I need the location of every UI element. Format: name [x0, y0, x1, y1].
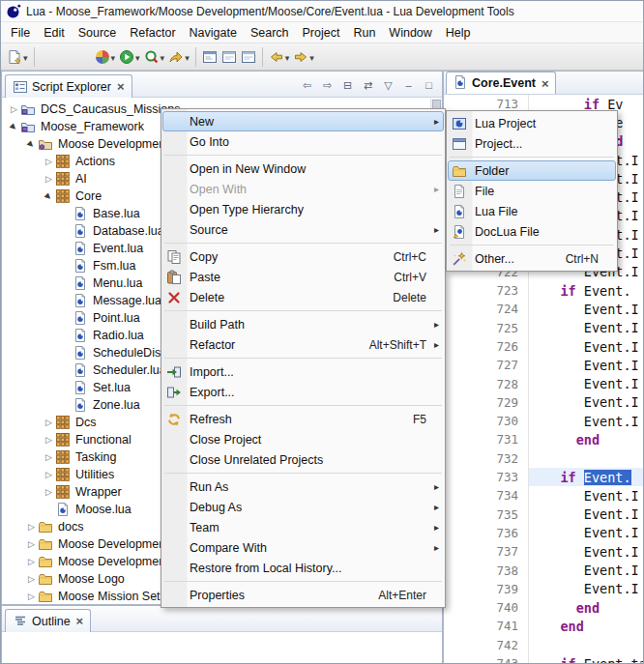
code-line[interactable]: 739Event.I: [444, 580, 644, 598]
expand-arrow-icon[interactable]: [25, 592, 38, 601]
expand-arrow-icon[interactable]: [8, 104, 20, 114]
close-icon[interactable]: [542, 76, 549, 91]
menu-item-close-project[interactable]: Close Project: [162, 429, 444, 449]
menu-item-paste[interactable]: PasteCtrl+V: [162, 267, 444, 287]
editor-view-a-button[interactable]: [220, 45, 239, 69]
menu-item-file[interactable]: File: [448, 181, 616, 201]
menu-item-refresh[interactable]: RefreshF5: [162, 409, 444, 429]
code-line[interactable]: 734Event.I: [444, 486, 644, 505]
menu-item-go-into[interactable]: Go Into: [162, 131, 444, 152]
code-line[interactable]: 732: [444, 449, 644, 468]
menu-item-properties[interactable]: PropertiesAlt+Enter: [162, 585, 444, 605]
expand-arrow-icon[interactable]: [43, 157, 55, 166]
menubar-item-search[interactable]: Search: [244, 24, 296, 42]
code-line[interactable]: 737Event.I: [444, 542, 644, 561]
editor-view-b-button[interactable]: [239, 45, 258, 69]
expand-arrow-icon[interactable]: [43, 470, 55, 479]
link-editor-button[interactable]: ⇄: [359, 76, 377, 94]
menu-item-other[interactable]: Other...Ctrl+N: [448, 248, 616, 269]
menu-item-export[interactable]: Export...: [162, 382, 444, 402]
new-wizard-button[interactable]: [5, 45, 30, 69]
close-icon[interactable]: [76, 614, 84, 628]
tab-script-explorer[interactable]: Script Explorer: [5, 74, 132, 98]
code-line[interactable]: 736Event.I: [444, 524, 644, 542]
code-line[interactable]: 735Event.I: [444, 505, 644, 524]
menu-item-debug-as[interactable]: Debug As: [162, 497, 444, 517]
menubar-item-navigate[interactable]: Navigate: [183, 24, 244, 42]
tab-core-event[interactable]: Core.Event: [446, 72, 556, 94]
forward-button[interactable]: [291, 45, 316, 69]
run-button[interactable]: [117, 45, 142, 69]
expand-arrow-icon[interactable]: [43, 452, 55, 462]
code-line[interactable]: 733if Event.: [444, 468, 644, 486]
menu-item-open-type-hierarchy[interactable]: Open Type Hierarchy: [162, 199, 444, 219]
menu-item-source[interactable]: Source: [162, 219, 444, 240]
menu-item-open-in-new-window[interactable]: Open in New Window: [162, 159, 444, 179]
code-line[interactable]: 724Event.I: [444, 300, 644, 318]
code-line[interactable]: 723if Event.: [444, 281, 644, 300]
code-line[interactable]: 725Event.I: [444, 319, 644, 337]
back-button[interactable]: [267, 45, 292, 69]
code-line[interactable]: 743if Event.ta: [444, 654, 644, 664]
menu-item-close-unrelated-projects[interactable]: Close Unrelated Projects: [162, 449, 444, 470]
expand-arrow-icon[interactable]: [25, 557, 38, 566]
expand-arrow-icon[interactable]: [43, 192, 55, 201]
menu-item-open-with[interactable]: Open With: [162, 179, 444, 199]
expand-arrow-icon[interactable]: [25, 522, 38, 532]
menu-item-project[interactable]: Project...: [448, 133, 616, 154]
menu-item-lua-project[interactable]: Lua Project: [448, 113, 616, 133]
code-line[interactable]: 728Event.I: [444, 374, 644, 392]
coverage-button[interactable]: [142, 45, 167, 69]
menu-item-lua-file[interactable]: Lua File: [448, 201, 616, 221]
menu-item-doclua-file[interactable]: DocLua File: [448, 221, 616, 242]
back-button[interactable]: ⇦: [298, 76, 316, 94]
code-line[interactable]: 740end: [444, 598, 644, 617]
menubar-item-project[interactable]: Project: [296, 24, 347, 42]
menubar-item-source[interactable]: Source: [72, 24, 124, 42]
menu-item-shortcut: Ctrl+C: [394, 250, 430, 264]
expand-arrow-icon[interactable]: [43, 174, 55, 184]
expand-arrow-icon[interactable]: [25, 539, 38, 549]
code-line[interactable]: 729Event.I: [444, 393, 644, 412]
menu-item-copy[interactable]: CopyCtrl+C: [162, 246, 444, 267]
menubar-item-help[interactable]: Help: [439, 24, 478, 42]
code-line[interactable]: 741end: [444, 617, 644, 635]
expand-arrow-icon[interactable]: [8, 123, 20, 131]
close-icon[interactable]: [117, 79, 125, 94]
expand-arrow-icon[interactable]: [43, 487, 55, 497]
code-line[interactable]: 726Event.I: [444, 337, 644, 356]
expand-arrow-icon[interactable]: [43, 435, 55, 445]
menu-item-delete[interactable]: DeleteDelete: [162, 287, 444, 307]
maximize-button[interactable]: □: [420, 76, 438, 94]
view-menu-button[interactable]: ▽: [379, 76, 397, 94]
menu-item-build-path[interactable]: Build Path: [162, 314, 444, 334]
menu-item-refactor[interactable]: RefactorAlt+Shift+T: [162, 334, 444, 355]
code-line[interactable]: 730Event.I: [444, 412, 644, 430]
menubar-item-edit[interactable]: Edit: [37, 24, 72, 42]
code-line[interactable]: 738Event.I: [444, 561, 644, 579]
menu-item-team[interactable]: Team: [162, 517, 444, 537]
menu-item-compare-with[interactable]: Compare With: [162, 537, 444, 558]
code-line[interactable]: 742: [444, 636, 644, 654]
external-tools-button[interactable]: [93, 45, 118, 69]
expand-arrow-icon[interactable]: [25, 574, 38, 584]
menu-item-run-as[interactable]: Run As: [162, 476, 444, 497]
menubar-item-file[interactable]: File: [4, 24, 37, 42]
open-console-button[interactable]: [200, 45, 220, 69]
expand-arrow-icon[interactable]: [25, 140, 38, 149]
menubar-item-window[interactable]: Window: [382, 24, 438, 42]
minimize-button[interactable]: –: [399, 76, 418, 94]
expand-arrow-icon[interactable]: [43, 418, 55, 427]
forward-button[interactable]: ⇨: [318, 76, 337, 94]
menu-item-restore-from-local-history[interactable]: Restore from Local History...: [162, 558, 444, 578]
run-last-launch-button[interactable]: [166, 45, 191, 69]
menu-item-import[interactable]: Import...: [162, 361, 444, 382]
collapse-all-button[interactable]: ⊟: [338, 76, 357, 94]
menu-item-new[interactable]: New: [162, 111, 444, 131]
code-line[interactable]: 731end: [444, 430, 644, 448]
code-line[interactable]: 727Event.I: [444, 356, 644, 374]
menu-item-folder[interactable]: Folder: [448, 160, 616, 181]
menubar-item-run[interactable]: Run: [346, 24, 382, 42]
tab-outline[interactable]: Outline: [5, 609, 91, 632]
menubar-item-refactor[interactable]: Refactor: [123, 24, 182, 42]
